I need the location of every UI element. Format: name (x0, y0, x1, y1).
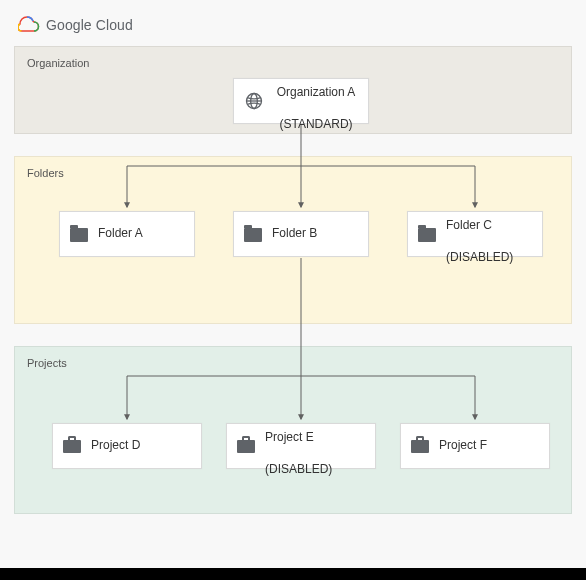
folder-c-line2: (DISABLED) (446, 250, 513, 264)
header-brand-text: Google Cloud (46, 17, 133, 33)
node-project-d: Project D (52, 423, 202, 469)
google-cloud-logo (18, 16, 40, 34)
folder-icon (418, 226, 436, 242)
header: Google Cloud (18, 16, 133, 34)
zone-projects-label: Projects (27, 357, 67, 369)
node-folder-b: Folder B (233, 211, 369, 257)
folder-c-line1: Folder C (446, 218, 492, 232)
zone-folders-label: Folders (27, 167, 64, 179)
bottom-bar (0, 568, 586, 580)
node-folder-a: Folder A (59, 211, 195, 257)
diagram-canvas: Google Cloud Organization Folders Projec… (0, 0, 586, 568)
node-organization-a: Organization A (STANDARD) (233, 78, 369, 124)
zone-organization-label: Organization (27, 57, 89, 69)
folder-icon (70, 226, 88, 242)
node-folder-c: Folder C (DISABLED) (407, 211, 543, 257)
project-e-line2: (DISABLED) (265, 462, 332, 476)
project-e-text: Project E (DISABLED) (265, 415, 332, 477)
folder-b-label: Folder B (272, 226, 317, 242)
project-d-label: Project D (91, 438, 140, 454)
briefcase-icon (237, 439, 255, 453)
project-e-line1: Project E (265, 430, 314, 444)
globe-icon (244, 91, 264, 111)
folder-icon (244, 226, 262, 242)
node-project-f: Project F (400, 423, 550, 469)
project-f-label: Project F (439, 438, 487, 454)
org-line2: (STANDARD) (279, 117, 352, 131)
brand-word-2: Cloud (96, 17, 133, 33)
briefcase-icon (411, 439, 429, 453)
node-project-e: Project E (DISABLED) (226, 423, 376, 469)
node-organization-text: Organization A (STANDARD) (274, 70, 358, 132)
briefcase-icon (63, 439, 81, 453)
brand-word-1: Google (46, 17, 92, 33)
org-line1: Organization A (277, 85, 356, 99)
folder-a-label: Folder A (98, 226, 143, 242)
folder-c-text: Folder C (DISABLED) (446, 203, 513, 265)
